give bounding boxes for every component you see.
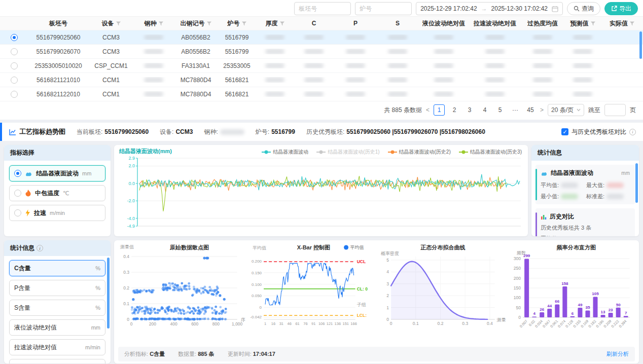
row-radio[interactable] [11, 34, 18, 41]
table-cell [133, 91, 174, 97]
svg-text:0.050: 0.050 [252, 294, 262, 298]
svg-text:3: 3 [386, 281, 389, 286]
trend-section-title: 工艺指标趋势图 [19, 127, 65, 136]
blurred-value [388, 63, 407, 68]
compare-checkbox[interactable]: ✓ [561, 128, 568, 135]
row-radio[interactable] [11, 77, 18, 84]
metric-unit: mm [91, 324, 100, 331]
page-number[interactable]: 4 [479, 104, 490, 116]
page-number[interactable]: 3 [464, 104, 475, 116]
svg-text:13: 13 [601, 310, 605, 314]
svg-text:0.3: 0.3 [462, 321, 468, 326]
jump-page-input[interactable] [604, 104, 626, 116]
page-size-select[interactable]: 20 条/页 [548, 104, 584, 116]
table-scrollbar[interactable] [639, 31, 642, 59]
blurred-value [533, 34, 552, 40]
metric-item[interactable]: S含量% [9, 300, 105, 316]
slab-number-input[interactable] [294, 2, 351, 15]
filter-icon[interactable] [159, 21, 163, 26]
option-radio[interactable] [14, 190, 21, 197]
option-radio[interactable] [14, 170, 21, 177]
svg-text:UCL: UCL [356, 259, 366, 264]
svg-text:0.209: 0.209 [603, 319, 613, 329]
table-cell [469, 63, 521, 68]
metric-item[interactable]: C含量% [9, 260, 105, 276]
table-row[interactable]: 25353005010020CSP_CCM1FA3130A125353005 [0, 59, 643, 73]
page-number[interactable]: 1 [434, 104, 445, 116]
next-page-button[interactable]: > [540, 106, 544, 114]
metric-item[interactable]: P含量% [9, 280, 105, 296]
stats-scrollbar[interactable] [635, 163, 638, 203]
table-cell: CCM1 [89, 77, 133, 84]
info-icon[interactable]: i [629, 129, 636, 135]
metric-label: S含量 [14, 304, 30, 312]
page-ellipsis: ··· [510, 104, 521, 116]
legend-item[interactable]: 结晶器液面波动 [262, 149, 308, 156]
table-row[interactable]: 5516799025060CCM3AB0556B25516799 [0, 30, 643, 45]
filter-icon[interactable] [242, 21, 246, 26]
blurred-value [304, 34, 324, 40]
legend-item[interactable]: 结晶器液面波动(历史3) [459, 149, 522, 156]
stat-field: 最小值: [541, 193, 584, 200]
filter-icon[interactable] [630, 21, 634, 26]
blurred-stat-value [561, 194, 578, 199]
refresh-analysis-link[interactable]: 刷新分析 [606, 350, 629, 358]
row-radio[interactable] [11, 91, 18, 98]
export-button[interactable]: 导出 [604, 2, 638, 15]
svg-text:0.034: 0.034 [534, 319, 544, 329]
option-radio[interactable] [14, 209, 21, 216]
column-header-label: 钢种 [145, 19, 157, 28]
table-row[interactable]: 5616821122010CCM1MC7880D45616821 [0, 87, 643, 101]
metric-item[interactable]: 液位波动绝对值mm [9, 319, 105, 336]
indicator-option-bolt[interactable]: 拉速m/min [9, 205, 105, 221]
indicator-panel-header: 指标选择 [4, 145, 111, 161]
history-title: 历史对比 [550, 212, 574, 221]
prev-page-button[interactable]: < [426, 106, 430, 114]
row-radio[interactable] [11, 48, 18, 55]
search-button-label: 查询 [582, 5, 594, 13]
cell-value: CCM3 [102, 48, 120, 55]
legend-marker [316, 150, 326, 154]
page-number[interactable]: 45 [525, 104, 536, 116]
filter-icon[interactable] [116, 21, 121, 26]
metrics-info-icon[interactable]: i [37, 245, 43, 251]
column-header-label: 设备 [102, 19, 114, 28]
column-header-label: 实际值 [610, 19, 628, 28]
table-cell: CCM1 [89, 91, 133, 98]
filter-icon[interactable] [280, 21, 284, 26]
svg-text:100: 100 [514, 295, 521, 300]
page-suffix: 页 [630, 106, 636, 115]
cell-value: CCM1 [102, 91, 120, 98]
svg-text:序: 序 [241, 317, 245, 322]
blurred-value [533, 77, 552, 83]
indicator-option-flame[interactable]: 中包温度℃ [9, 185, 105, 201]
filter-icon[interactable] [591, 21, 595, 26]
legend-item[interactable]: 结晶器液面波动(历史2) [388, 149, 451, 156]
svg-text:6: 6 [571, 311, 574, 316]
date-range-picker[interactable]: 2025-12-29 17:02:42 → 2025-12-30 17:02:4… [416, 2, 563, 15]
indicator-option-wave[interactable]: 结晶器液面波动mm [9, 165, 105, 181]
metric-item[interactable]: 拉速波动绝对值m/min [9, 339, 105, 355]
table-row[interactable]: 5516799026070CCM3AB0556B25516799 [0, 45, 643, 59]
date-end[interactable]: 2025-12-30 17:02:42 [491, 5, 548, 12]
table-cell: AB0556B2 [174, 34, 218, 41]
page-number[interactable]: 5 [494, 104, 506, 116]
metrics-scrollbar[interactable] [107, 258, 110, 329]
filter-icon[interactable] [207, 21, 211, 26]
metric-item[interactable]: 过热度均值℃ [9, 359, 105, 363]
search-button[interactable]: 查询 [567, 2, 600, 15]
row-radio[interactable] [11, 62, 18, 69]
furnace-number-input[interactable] [355, 2, 412, 15]
svg-text:LCL:: LCL: [356, 313, 367, 318]
table-cell: 5616821121010 [28, 77, 89, 84]
wave-icon [25, 170, 32, 177]
table-cell [469, 91, 521, 97]
column-header-label: 出钢记号 [181, 19, 205, 28]
table-cell [294, 34, 334, 40]
svg-text:200: 200 [149, 321, 156, 326]
date-start[interactable]: 2025-12-29 17:02:42 [420, 5, 477, 12]
wave-icon [541, 170, 548, 176]
table-row[interactable]: 5616821121010CCM1MC7880D45616821 [0, 73, 643, 87]
legend-item[interactable]: 结晶器液面波动(历史1) [316, 149, 379, 156]
page-number[interactable]: 2 [449, 104, 460, 116]
